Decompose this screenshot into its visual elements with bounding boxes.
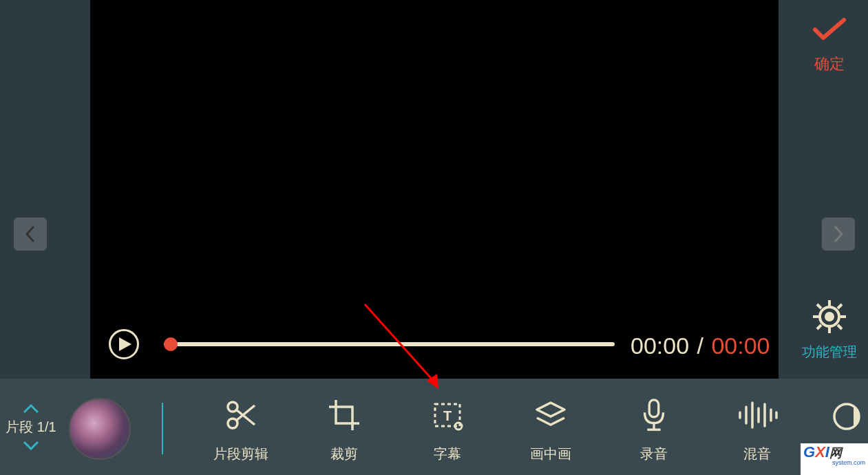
tool-mix[interactable]: 混音 [716,398,798,463]
toolbar: 片段 1/1 片段剪辑 裁剪 [0,379,868,475]
gear-icon [810,297,849,336]
segment-label: 片段 1/1 [6,418,56,436]
confirm-label: 确定 [802,54,857,74]
svg-marker-18 [537,403,564,416]
time-display: 00:00 / 00:00 [631,332,770,359]
chevron-left-icon [25,225,36,243]
svg-marker-0 [119,337,131,351]
tool-clip-edit[interactable]: 片段剪辑 [200,398,282,463]
time-current: 00:00 [631,332,689,359]
tool-label: 片段剪辑 [200,445,282,463]
time-total: 00:00 [711,332,770,359]
tool-filter[interactable] [833,399,867,436]
play-icon [119,337,131,351]
check-icon [812,17,847,41]
tool-record[interactable]: 录音 [613,398,695,463]
svg-point-2 [826,313,833,320]
tool-label: 裁剪 [303,445,385,463]
video-preview [90,0,779,379]
tool-label: 混音 [716,445,798,463]
tool-label: 字幕 [406,445,489,463]
segment-selector[interactable]: 片段 1/1 [0,379,62,475]
tool-crop[interactable]: 裁剪 [303,398,385,463]
settings-label: 功能管理 [795,343,864,361]
svg-line-10 [838,304,842,308]
svg-line-9 [817,325,821,329]
layers-icon [533,398,569,432]
scissors-icon [224,398,257,432]
play-button[interactable] [109,329,139,359]
svg-line-8 [838,325,842,329]
tool-pip[interactable]: 画中画 [509,398,592,463]
svg-point-17 [455,423,462,430]
progress-thumb[interactable] [164,337,178,351]
chevron-down-icon [23,441,39,450]
tool-label: 录音 [613,445,695,463]
waveform-icon [737,398,778,432]
watermark: GXI网 system.com [801,443,868,475]
tool-label: 画中画 [509,445,592,463]
confirm-button[interactable]: 确定 [802,17,857,74]
overlap-circles-icon [833,399,867,434]
settings-button[interactable]: 功能管理 [795,297,864,361]
svg-rect-19 [649,400,658,417]
progress-track[interactable] [164,342,615,346]
toolbar-divider [162,403,163,454]
subtitle-icon: T [431,398,464,432]
chevron-up-icon [23,404,39,414]
clip-thumbnail[interactable] [69,398,131,460]
svg-text:T: T [443,408,452,423]
crop-icon [328,398,361,432]
chevron-right-icon [833,225,844,243]
svg-line-7 [817,304,821,308]
nav-prev-button[interactable] [14,218,47,251]
nav-next-button[interactable] [822,218,855,251]
microphone-icon [640,398,668,432]
tool-subtitle[interactable]: T 字幕 [406,398,489,463]
